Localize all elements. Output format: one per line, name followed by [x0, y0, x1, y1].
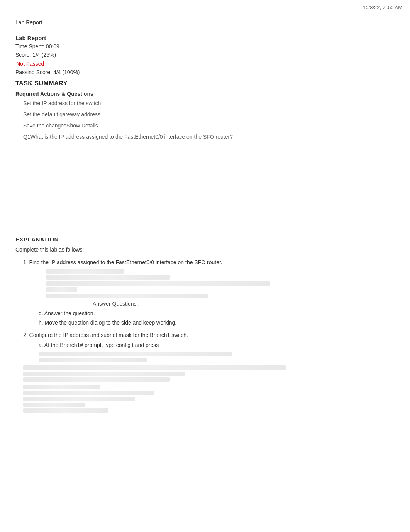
- step-2-area: 2. Configure the IP address and subnet m…: [15, 331, 394, 413]
- explanation-title: EXPLANATION: [15, 236, 394, 243]
- blurred-content-1: [46, 269, 394, 298]
- substep-g: g. Answer the question.: [39, 309, 394, 318]
- blurred-content-3: [23, 365, 394, 382]
- page-title-top: Lab Report: [15, 19, 42, 25]
- step-2a: a. At the Branch1# prompt, type config t…: [39, 341, 394, 350]
- required-actions-header: Required Actions & Questions: [15, 91, 233, 97]
- task-item-1: Set the IP address for the switch: [23, 99, 233, 107]
- blurred-content-4: [23, 385, 394, 413]
- score: Score: 1/4 (25%): [15, 51, 233, 59]
- step-2-label: 2. Configure the IP address and subnet m…: [23, 331, 394, 339]
- substep-h: h. Move the question dialog to the side …: [39, 318, 394, 328]
- task-item-2: Set the default gateway address: [23, 110, 233, 119]
- task-item-3: Save the changesShow Details: [23, 122, 233, 130]
- step-1-label: 1. Find the IP address assigned to the F…: [23, 258, 394, 267]
- blurred-content-2: [39, 352, 394, 362]
- explanation-section: EXPLANATION Complete this lab as follows…: [15, 232, 394, 416]
- time-spent: Time Spent: 00:09: [15, 42, 233, 51]
- sub-steps: g. Answer the question. h. Move the ques…: [39, 309, 394, 328]
- passing-score: Passing Score: 4/4 (100%): [15, 68, 233, 76]
- explanation-divider: [15, 232, 131, 232]
- question-item-1: Q1What is the IP address assigned to the…: [23, 133, 233, 141]
- task-summary-header: TASK SUMMARY: [15, 80, 233, 87]
- report-section: Lab Report Time Spent: 00:09 Score: 1/4 …: [15, 35, 233, 144]
- not-passed-status: Not Passed: [16, 59, 233, 68]
- timestamp: 10/8/22, 7 :50 AM: [363, 5, 402, 10]
- task-items-list: Set the IP address for the switch Set th…: [23, 99, 233, 141]
- report-title: Lab Report: [15, 35, 233, 41]
- answer-questions-line: Answer Questions .: [93, 301, 394, 307]
- step-2a-label: a. At the Branch1# prompt, type config t…: [39, 341, 394, 350]
- explanation-intro: Complete this lab as follows:: [15, 246, 394, 253]
